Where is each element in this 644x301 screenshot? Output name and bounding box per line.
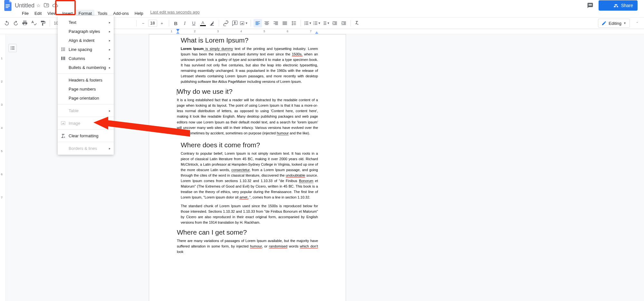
format-menu-clear-formatting[interactable]: Clear formatting [58, 131, 114, 140]
bold-button[interactable]: B [172, 19, 180, 27]
menu-help[interactable]: Help [132, 10, 146, 17]
bulleted-list-button[interactable]: ▼ [312, 19, 321, 27]
format-menu-align-indent[interactable]: Align & indent▸ [58, 36, 114, 45]
chevron-down-icon: ▼ [245, 22, 248, 25]
format-menu-borders-lines: Borders & lines▸ [58, 144, 114, 153]
paragraph: There are many variations of passages of… [177, 238, 318, 255]
chevron-down-icon: ▼ [327, 22, 330, 25]
svg-rect-0 [6, 5, 10, 5]
svg-point-6 [313, 24, 314, 25]
last-edit-link[interactable]: Last edit was seconds ago [150, 10, 200, 17]
svg-rect-3 [240, 22, 244, 25]
doc-title[interactable]: Untitled [15, 2, 34, 9]
format-menu-page-numbers[interactable]: Page numbers [58, 84, 114, 93]
menu-view[interactable]: View [45, 10, 59, 17]
redo-button[interactable] [12, 19, 20, 27]
document-outline-button[interactable] [8, 44, 17, 52]
heading-what-is: What is Lorem Ipsum? [181, 36, 318, 44]
format-menu-image: Image▸ [58, 119, 114, 128]
align-right-button[interactable] [272, 19, 280, 27]
checklist-button[interactable]: ▼ [303, 19, 312, 27]
format-menu-bullets-numbering[interactable]: Bullets & numbering▸ [58, 63, 114, 72]
align-center-button[interactable] [263, 19, 271, 27]
line-spacing-button[interactable] [290, 19, 298, 27]
line-spacing-icon [60, 46, 66, 52]
print-button[interactable] [21, 19, 29, 27]
increase-indent-button[interactable] [340, 19, 348, 27]
format-menu-paragraph-styles[interactable]: Paragraph styles▸ [58, 27, 114, 36]
svg-rect-7 [61, 121, 65, 125]
format-menu-line-spacing[interactable]: Line spacing▸ [58, 45, 114, 54]
chevron-down-icon: ▼ [623, 22, 626, 25]
align-left-button[interactable] [254, 19, 262, 27]
chevron-down-icon: ▼ [309, 22, 312, 25]
submenu-arrow-icon: ▸ [109, 30, 111, 33]
submenu-arrow-icon: ▸ [109, 57, 111, 60]
undo-button[interactable] [3, 19, 11, 27]
menu-edit[interactable]: Edit [32, 10, 44, 17]
star-icon[interactable]: ☆ [36, 3, 41, 8]
svg-rect-1 [6, 6, 10, 6]
menu-addons[interactable]: Add-ons [111, 10, 131, 17]
heading-where-from: Where does it come from? [181, 141, 318, 149]
paint-format-button[interactable] [39, 19, 47, 27]
move-folder-icon[interactable] [44, 3, 49, 8]
font-size-increase[interactable]: + [158, 19, 166, 27]
font-size-control[interactable]: − 18 + [139, 19, 166, 27]
format-menu-headers-footers[interactable]: Headers & footers [58, 75, 114, 84]
svg-point-4 [313, 22, 314, 22]
underline-button[interactable]: U [190, 19, 198, 27]
format-menu-text[interactable]: Text▸ [58, 18, 114, 27]
submenu-arrow-icon: ▸ [109, 39, 111, 42]
highlight-color-button[interactable] [208, 19, 216, 27]
collapse-toolbar-button[interactable]: ⌃ [633, 19, 641, 27]
mode-selector[interactable]: Editing ▼ [598, 19, 630, 28]
submenu-arrow-icon: ▸ [109, 121, 111, 125]
svg-point-5 [313, 23, 314, 24]
document-page[interactable]: What is Lorem Ipsum? Lorem Ipsum is simp… [149, 34, 346, 301]
submenu-arrow-icon: ▸ [109, 147, 111, 150]
format-menu-columns[interactable]: Columns▸ [58, 54, 114, 63]
text-color-button[interactable]: A [199, 19, 207, 27]
paragraph: It is a long established fact that a rea… [177, 97, 318, 136]
share-button-label: Share [621, 3, 633, 8]
paragraph: Lorem Ipsum is simply dummy text of the … [181, 46, 318, 84]
menu-file[interactable]: File [19, 10, 31, 17]
image-icon [60, 120, 66, 126]
cloud-status-icon[interactable] [52, 3, 58, 8]
insert-image-button[interactable]: ▼ [240, 19, 248, 27]
open-comments-button[interactable] [586, 1, 595, 10]
numbered-list-button[interactable]: ▼ [322, 19, 330, 27]
align-justify-button[interactable] [281, 19, 289, 27]
format-menu-table: Table▸ [58, 106, 114, 115]
clear-format-icon [60, 133, 66, 139]
insert-comment-button[interactable] [231, 19, 239, 27]
clear-formatting-button[interactable] [353, 19, 362, 27]
insert-link-button[interactable] [222, 19, 230, 27]
italic-button[interactable]: I [181, 19, 189, 27]
vertical-ruler[interactable]: 1 2 3 4 5 6 7 [0, 34, 6, 301]
font-size-value[interactable]: 18 [148, 20, 157, 27]
spellcheck-button[interactable] [30, 19, 38, 27]
font-size-decrease[interactable]: − [139, 19, 148, 27]
share-button[interactable]: Share [599, 0, 638, 11]
chevron-down-icon: ▼ [318, 22, 321, 25]
paragraph: The standard chunk of Lorem Ipsum used s… [181, 203, 318, 225]
format-menu-page-orientation[interactable]: Page orientation [58, 93, 114, 102]
decrease-indent-button[interactable] [331, 19, 339, 27]
columns-icon [60, 55, 66, 61]
submenu-arrow-icon: ▸ [109, 21, 111, 24]
docs-logo-icon[interactable] [3, 0, 14, 11]
submenu-arrow-icon: ▸ [109, 109, 111, 112]
right-indent-marker[interactable] [315, 31, 318, 34]
left-indent-marker[interactable] [176, 31, 179, 34]
mode-selector-label: Editing [609, 21, 621, 26]
title-bar: Untitled ☆ Share [0, 0, 644, 9]
submenu-arrow-icon: ▸ [109, 48, 111, 51]
format-menu-dropdown: Text▸ Paragraph styles▸ Align & indent▸ … [58, 16, 114, 155]
heading-why-use: Why do we use it? [177, 88, 318, 95]
svg-rect-2 [6, 7, 9, 8]
paragraph: Contrary to popular belief, Lorem Ipsum … [181, 151, 318, 200]
heading-where-get: Where can I get some? [177, 228, 318, 236]
submenu-arrow-icon: ▸ [109, 66, 111, 69]
